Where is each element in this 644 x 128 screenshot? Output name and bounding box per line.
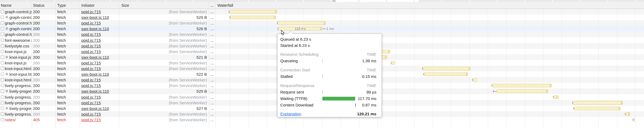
overview-gridline <box>27 0 27 2</box>
phase-tick <box>322 59 323 63</box>
waterfall-end-dash <box>324 29 326 29</box>
overview-gridline <box>359 0 359 2</box>
row-checkbox[interactable] <box>1 56 4 59</box>
row-checkbox[interactable] <box>1 112 4 116</box>
explanation-link[interactable]: Explanation <box>280 112 301 116</box>
initiator-link[interactable]: poid.js:715 <box>81 95 101 99</box>
initiator-link[interactable]: poid.js:715 <box>81 78 101 82</box>
row-checkbox[interactable] <box>1 21 4 25</box>
overview-gridline <box>331 0 332 2</box>
row-checkbox[interactable] <box>1 27 4 30</box>
initiator-link[interactable]: poid.js:715 <box>81 44 101 48</box>
initiator-link[interactable]: poid.js:715 <box>81 61 101 65</box>
row-checkbox[interactable] <box>1 67 4 70</box>
waterfall-gridline <box>543 9 543 128</box>
initiator-link[interactable]: poid.js:715 <box>81 101 101 105</box>
initiator-link[interactable]: swx-boot.js:110 <box>81 26 109 31</box>
initiator-link[interactable]: swx-boot.js:110 <box>81 106 109 111</box>
waterfall-gridline <box>451 9 451 128</box>
row-checkbox[interactable] <box>1 33 4 36</box>
row-checkbox[interactable] <box>1 107 4 110</box>
overview-gridline <box>607 0 608 2</box>
overview-gridline <box>137 0 138 2</box>
overview-gridline <box>82 0 83 2</box>
cell-status: 200 <box>33 100 54 106</box>
waterfall-bar[interactable] <box>573 101 623 105</box>
waterfall-bar[interactable] <box>473 78 477 82</box>
cell-initiator: swx-boot.js:110 <box>81 106 118 111</box>
cell-type: fetch <box>57 49 79 54</box>
cell-type: fetch <box>57 26 79 32</box>
column-header-waterfall[interactable]: Waterfall <box>217 2 233 9</box>
waterfall-queue-tick <box>423 73 424 75</box>
waterfall-gridline <box>598 9 599 128</box>
cell-type: fetch <box>57 37 79 43</box>
initiator-link[interactable]: swx-boot.js:110 <box>81 89 109 94</box>
initiator-link[interactable]: poid.js:715 <box>81 9 101 14</box>
cell-status: 200 <box>33 88 54 94</box>
initiator-link[interactable]: poid.js:715 <box>81 83 101 88</box>
waterfall-bar[interactable] <box>497 89 548 93</box>
column-header-initiator[interactable]: Initiator <box>81 2 94 9</box>
row-checkbox[interactable] <box>1 118 4 121</box>
initiator-link[interactable]: poid.js:715 <box>81 66 101 71</box>
overview-gridline <box>552 0 553 2</box>
cell-type: fetch <box>57 71 79 77</box>
row-checkbox[interactable] <box>1 16 4 19</box>
row-checkbox[interactable] <box>1 39 4 42</box>
cell-status: 200 <box>33 15 54 20</box>
waterfall-whisker-line <box>493 91 497 92</box>
cell-more-columns: ... <box>209 111 216 117</box>
initiator-link[interactable]: poid.js:715 <box>81 32 101 37</box>
column-header-type[interactable]: Type <box>57 2 66 9</box>
overview-gridline <box>276 0 276 2</box>
initiator-link[interactable]: poid.js:715 <box>81 49 101 54</box>
cell-name: font-awesome.css <box>5 37 32 43</box>
cell-name: knot-input.html <box>5 77 32 83</box>
row-checkbox[interactable] <box>1 10 4 13</box>
service-worker-gear-icon: ⚙ <box>5 54 8 60</box>
row-checkbox[interactable] <box>1 78 4 81</box>
column-header-size[interactable]: Size <box>121 2 129 9</box>
initiator-link[interactable]: poid.js:715 <box>81 38 101 43</box>
row-checkbox[interactable] <box>1 72 4 76</box>
cell-more-columns: ... <box>209 26 216 32</box>
waterfall-bar[interactable] <box>554 95 558 99</box>
overview-window-handle[interactable] <box>333 0 336 2</box>
row-checkbox[interactable] <box>1 50 4 53</box>
waterfall-bar[interactable] <box>424 72 468 76</box>
initiator-link[interactable]: poid.js:715 <box>81 112 101 116</box>
cell-status: 200 <box>33 66 54 71</box>
row-checkbox[interactable] <box>1 61 4 64</box>
waterfall-bar[interactable] <box>574 107 620 110</box>
network-overview-strip[interactable] <box>0 0 644 2</box>
waterfall-bar[interactable] <box>230 16 276 19</box>
cell-initiator: poid.js:715 <box>81 94 118 100</box>
initiator-link[interactable]: swx-boot.js:110 <box>81 15 109 20</box>
cell-type: fetch <box>57 94 79 100</box>
tooltip-section-header: Resource SchedulingTIME <box>278 51 381 58</box>
initiator-link[interactable]: swx-boot.js:110 <box>81 55 109 60</box>
waterfall-bar[interactable] <box>423 67 471 70</box>
column-header-more[interactable]: ... <box>209 2 216 9</box>
waterfall-bar[interactable] <box>392 61 395 65</box>
waterfall-bar[interactable] <box>230 10 277 13</box>
column-header-name[interactable]: Name <box>1 2 12 9</box>
cell-initiator: swx-boot.js:110 <box>81 26 118 32</box>
waterfall-bar[interactable] <box>492 84 552 87</box>
initiator-link[interactable]: poid.js:715 <box>81 117 101 122</box>
column-header-status[interactable]: Status <box>33 2 45 9</box>
row-checkbox[interactable] <box>1 95 4 99</box>
waterfall-gridline <box>617 9 617 128</box>
cell-more-columns: ... <box>209 9 216 15</box>
waterfall-bar[interactable] <box>626 112 630 116</box>
row-checkbox[interactable] <box>1 89 4 93</box>
row-checkbox[interactable] <box>1 44 4 47</box>
initiator-link[interactable]: poid.js:715 <box>81 21 101 25</box>
row-checkbox[interactable] <box>1 101 4 104</box>
initiator-link[interactable]: swx-boot.js:110 <box>81 72 109 77</box>
row-checkbox[interactable] <box>1 84 4 87</box>
waterfall-bar[interactable] <box>278 21 326 25</box>
cell-initiator: poid.js:715 <box>81 77 118 83</box>
service-worker-gear-icon: ⚙ <box>5 26 8 32</box>
